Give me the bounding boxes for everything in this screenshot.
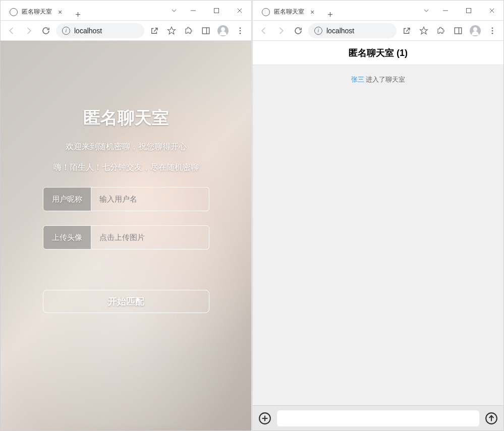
tabs-area: 匿名聊天室 × + — [1, 1, 166, 20]
window-controls — [419, 3, 503, 19]
nickname-label: 用户昵称 — [43, 188, 91, 211]
address-bar[interactable]: localhost — [308, 23, 397, 38]
page-content-login: 匿名聊天室 欢迎来到随机密聊，祝您聊得开心 嗨！陌生人！七分钟交友，尽在随机密聊… — [1, 41, 251, 430]
address-bar[interactable]: localhost — [56, 23, 144, 38]
menu-icon[interactable] — [485, 24, 499, 38]
start-match-button[interactable]: 开始匹配 — [43, 290, 209, 313]
tab-close-icon[interactable]: × — [56, 8, 64, 16]
globe-icon — [262, 8, 270, 16]
globe-icon — [10, 8, 18, 16]
browser-tab[interactable]: 匿名聊天室 × — [257, 4, 321, 20]
profile-icon[interactable] — [468, 24, 482, 38]
svg-point-17 — [492, 32, 493, 34]
share-icon[interactable] — [147, 24, 161, 38]
login-overlay: 匿名聊天室 欢迎来到随机密聊，祝您聊得开心 嗨！陌生人！七分钟交友，尽在随机密聊… — [1, 41, 251, 430]
dropdown-icon[interactable] — [166, 3, 182, 19]
page-content-chat: 匿名聊天室 (1) 张三 进入了聊天室 — [253, 41, 503, 430]
tab-title: 匿名聊天室 — [274, 8, 304, 16]
svg-rect-4 — [202, 28, 209, 34]
system-message: 张三 进入了聊天室 — [258, 75, 498, 84]
message-input[interactable] — [277, 410, 479, 426]
maximize-button[interactable] — [457, 3, 480, 19]
browser-window-left: 匿名聊天室 × + localhost 匿名聊天室 欢迎来到随机密聊，祝您 — [0, 0, 252, 431]
chat-room-header: 匿名聊天室 (1) — [253, 41, 503, 65]
svg-point-15 — [492, 27, 493, 29]
extensions-icon[interactable] — [182, 24, 196, 38]
close-button[interactable] — [228, 3, 251, 19]
avatar-upload[interactable]: 点击上传图片 — [91, 226, 209, 249]
avatar-label: 上传头像 — [43, 226, 91, 249]
browser-toolbar: localhost — [253, 21, 503, 41]
close-button[interactable] — [480, 3, 503, 19]
new-tab-button[interactable]: + — [321, 10, 339, 20]
minimize-button[interactable] — [434, 3, 457, 19]
chat-input-bar — [253, 405, 503, 430]
new-tab-button[interactable]: + — [69, 10, 87, 20]
url-text: localhost — [74, 27, 102, 35]
extensions-icon[interactable] — [434, 24, 448, 38]
titlebar: 匿名聊天室 × + — [1, 1, 251, 21]
system-user: 张三 — [351, 76, 364, 83]
site-info-icon[interactable] — [62, 27, 70, 35]
subtitle-1: 欢迎来到随机密聊，祝您聊得开心 — [66, 142, 187, 152]
sidepanel-icon[interactable] — [199, 24, 213, 38]
site-info-icon[interactable] — [314, 27, 322, 35]
sidepanel-icon[interactable] — [451, 24, 465, 38]
svg-point-6 — [240, 27, 241, 29]
svg-point-16 — [492, 30, 493, 31]
forward-button[interactable] — [274, 24, 288, 38]
send-button[interactable] — [484, 411, 498, 425]
minimize-button[interactable] — [182, 3, 205, 19]
svg-point-8 — [240, 32, 241, 34]
tab-close-icon[interactable]: × — [308, 8, 316, 16]
maximize-button[interactable] — [205, 3, 228, 19]
svg-rect-1 — [214, 8, 219, 13]
browser-tab[interactable]: 匿名聊天室 × — [5, 4, 69, 20]
avatar-row: 上传头像 点击上传图片 — [43, 225, 209, 250]
menu-icon[interactable] — [233, 24, 247, 38]
chat-messages: 张三 进入了聊天室 — [253, 65, 503, 405]
titlebar: 匿名聊天室 × + — [253, 1, 503, 21]
page-title: 匿名聊天室 — [83, 106, 169, 130]
forward-button[interactable] — [22, 24, 36, 38]
browser-window-right: 匿名聊天室 × + localhost 匿名聊天室 (1) — [252, 0, 504, 431]
nickname-input[interactable]: 输入用户名 — [91, 188, 209, 211]
browser-toolbar: localhost — [1, 21, 251, 41]
profile-icon[interactable] — [216, 24, 230, 38]
svg-rect-13 — [455, 28, 462, 34]
tabs-area: 匿名聊天室 × + — [253, 1, 419, 20]
system-action: 进入了聊天室 — [364, 76, 406, 83]
add-attachment-button[interactable] — [258, 411, 272, 425]
svg-rect-10 — [467, 8, 471, 13]
bookmark-icon[interactable] — [417, 24, 431, 38]
window-controls — [166, 3, 251, 19]
tab-title: 匿名聊天室 — [22, 8, 52, 16]
reload-button[interactable] — [39, 24, 53, 38]
nickname-row: 用户昵称 输入用户名 — [43, 187, 209, 211]
share-icon[interactable] — [400, 24, 414, 38]
subtitle-2: 嗨！陌生人！七分钟交友，尽在随机密聊 — [53, 162, 199, 173]
url-text: localhost — [326, 27, 354, 35]
back-button[interactable] — [5, 24, 19, 38]
svg-point-7 — [240, 30, 241, 31]
bookmark-icon[interactable] — [164, 24, 179, 38]
dropdown-icon[interactable] — [419, 3, 434, 19]
reload-button[interactable] — [291, 24, 305, 38]
back-button[interactable] — [257, 24, 271, 38]
